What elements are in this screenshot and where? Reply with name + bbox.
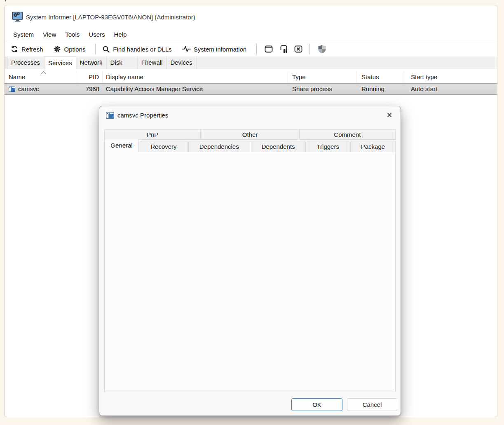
column-header-start-type[interactable]: Start type [404, 71, 497, 83]
gear-icon [53, 45, 61, 53]
close-window-button[interactable] [293, 44, 304, 54]
ok-button[interactable]: OK [291, 398, 342, 411]
always-on-top-window-button[interactable] [263, 44, 274, 54]
column-header-status[interactable]: Status [356, 71, 404, 83]
tab-services[interactable]: Services [44, 56, 76, 69]
shield-icon [318, 45, 326, 54]
service-pid-cell: 7968 [76, 84, 103, 94]
refresh-button[interactable]: Refresh [10, 43, 43, 55]
dialog-tabrow-bottom: General Recovery Dependencies Dependents… [104, 139, 396, 152]
service-status-cell: Running [356, 84, 404, 94]
titlebar: System Informer [LAPTOP-93EGV0T6\ANON] (… [5, 5, 497, 28]
cascade-windows-button[interactable] [278, 44, 289, 54]
find-handles-label: Find handles or DLLs [113, 46, 172, 53]
dialog-tab-dependencies[interactable]: Dependencies [188, 141, 250, 152]
tab-disk[interactable]: Disk [107, 56, 138, 69]
refresh-icon [10, 45, 19, 53]
close-box-icon [294, 45, 302, 53]
table-header: Name PID Display name Type Status Start … [5, 71, 497, 83]
dialog-close-button[interactable]: × [383, 110, 396, 121]
dialog-tabrow-top: PnP Other Comment [104, 129, 396, 140]
find-handles-button[interactable]: Find handles or DLLs [102, 43, 172, 55]
toolbar-separator [256, 44, 257, 54]
options-button[interactable]: Options [53, 43, 86, 55]
column-header-name[interactable]: Name [5, 71, 76, 83]
service-display-name-cell: Capability Access Manager Service [103, 84, 288, 94]
menu-tools[interactable]: Tools [61, 28, 84, 41]
service-name: camsvc [18, 84, 39, 94]
dialog-tab-recovery[interactable]: Recovery [140, 141, 188, 152]
dialog-tab-comment[interactable]: Comment [299, 129, 396, 140]
service-start-type-cell: Auto start [404, 84, 497, 94]
column-header-type[interactable]: Type [288, 71, 356, 83]
tab-network[interactable]: Network [76, 56, 107, 69]
dialog-tab-triggers[interactable]: Triggers [307, 141, 349, 152]
service-icon [9, 87, 15, 92]
dialog-tab-other[interactable]: Other [202, 129, 298, 140]
system-information-label: System information [194, 46, 246, 53]
activity-pulse-icon [182, 45, 191, 53]
menu-users[interactable]: Users [84, 28, 109, 41]
window-icon [265, 45, 273, 53]
tab-processes[interactable]: Processes [7, 56, 44, 69]
refresh-label: Refresh [21, 46, 43, 53]
menubar: System View Tools Users Help [5, 28, 497, 41]
close-icon: × [387, 110, 392, 121]
elevation-shield-button[interactable] [316, 44, 327, 54]
service-icon [106, 112, 114, 119]
window-group-icon [279, 45, 288, 53]
tab-devices[interactable]: Devices [166, 56, 196, 69]
column-header-pid[interactable]: PID [76, 71, 103, 83]
dialog-tab-dependents[interactable]: Dependents [251, 141, 306, 152]
dialog-tab-pnp[interactable]: PnP [104, 129, 201, 140]
general-tab-panel [104, 152, 396, 392]
app-logo-icon [12, 12, 24, 22]
dialog-tab-general[interactable]: General [104, 139, 139, 152]
tab-firewall[interactable]: Firewall [138, 56, 167, 69]
window-title: System Informer [LAPTOP-93EGV0T6\ANON] (… [26, 5, 195, 28]
view-tabstrip: Processes Services Network Disk Firewall… [5, 56, 497, 69]
menu-system[interactable]: System [9, 28, 38, 41]
dialog-tab-package[interactable]: Package [350, 141, 396, 152]
toolbar-separator [95, 44, 96, 54]
menu-view[interactable]: View [38, 28, 61, 41]
toolbar-separator [309, 44, 310, 54]
system-information-button[interactable]: System information [182, 43, 246, 55]
column-header-display-name[interactable]: Display name [103, 71, 288, 83]
service-type-cell: Share process [288, 84, 356, 94]
search-icon [102, 45, 110, 53]
menu-help[interactable]: Help [109, 28, 131, 41]
options-label: Options [64, 46, 86, 53]
properties-dialog: camsvc Properties × PnP Other Comment Ge… [99, 106, 401, 416]
table-row[interactable]: camsvc 7968 Capability Access Manager Se… [5, 83, 497, 95]
cancel-button[interactable]: Cancel [347, 398, 397, 411]
service-name-cell: camsvc [5, 84, 76, 94]
dialog-title: camsvc Properties [117, 106, 168, 124]
toolbar: Refresh Options Find handles or DLLs Sys… [5, 41, 497, 57]
